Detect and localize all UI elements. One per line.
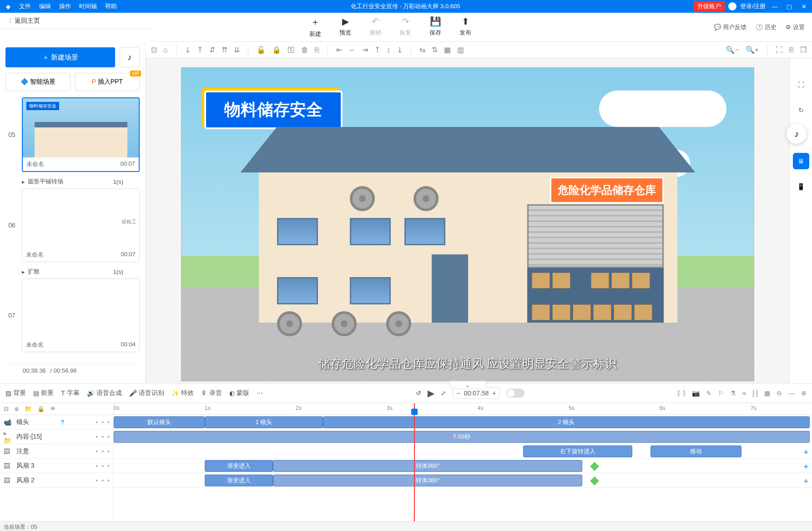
minimize-icon[interactable]: — (769, 3, 780, 10)
add-track-icon[interactable]: ⊕ (14, 405, 19, 412)
collapse-tab[interactable]: ⌄ (449, 381, 486, 389)
zoom-out2-icon[interactable]: ⊖ (777, 389, 782, 397)
align-top-icon[interactable]: ⤒ (197, 46, 203, 54)
add-keyframe-icon[interactable]: + (803, 448, 808, 457)
preview-button[interactable]: ▶预览 (339, 16, 351, 38)
more-icon[interactable]: ⋯ (257, 389, 263, 397)
menu-action[interactable]: 操作 (59, 2, 71, 10)
eye-icon[interactable]: 👁 (50, 405, 56, 412)
keyframe-in-icon[interactable]: ⟦·⟧ (677, 389, 686, 397)
zoom-out-icon[interactable]: 🔍− (726, 46, 739, 54)
timeline-tracks[interactable]: 0s 1s 2s 3s 4s 5s 6s 7s 默认镜头 1 镜头 2 镜头 7… (114, 403, 812, 521)
copy-icon[interactable]: ⎘ (315, 46, 319, 54)
lock-icon[interactable]: 🔓 (257, 46, 266, 54)
close-icon[interactable]: ✕ (798, 3, 809, 10)
insert-ppt-button[interactable]: P 插入PPT VIP (75, 73, 140, 91)
fg-button[interactable]: ▤前景 (33, 389, 54, 397)
home-icon[interactable]: ⌂ (163, 46, 168, 54)
anim-clip[interactable]: 渐变进入 (205, 475, 273, 486)
folder-icon[interactable]: 📁 (25, 405, 32, 412)
subtitle-button[interactable]: T字幕 (61, 389, 80, 397)
login-button[interactable]: 登录/注册 (740, 2, 766, 10)
transition-row[interactable]: ▸圆形平铺转场1(s) (5, 175, 140, 188)
keyframe-dot[interactable] (590, 476, 599, 485)
anim-clip[interactable]: 右下旋转进入 (523, 445, 632, 457)
play-timeline-icon[interactable]: ▶ (428, 388, 434, 399)
valign-bot-icon[interactable]: ⤓ (397, 46, 403, 54)
track-label-content[interactable]: ▸ 📁内容-[15]••• (0, 430, 113, 444)
add-keyframe-icon[interactable]: + (803, 462, 808, 472)
track-content[interactable]: 7.55秒 (114, 430, 812, 444)
filter-icon[interactable]: ⚗ (730, 389, 736, 397)
collapse-icon[interactable]: ⊟ (4, 405, 9, 412)
record-button[interactable]: 🎙录音 (201, 389, 222, 397)
track-fan3[interactable]: 渐变进入 转体360° + (114, 459, 812, 473)
align-hcenter-icon[interactable]: ↔ (348, 46, 356, 54)
title-banner[interactable]: 物料储存安全 (204, 91, 343, 129)
minus-icon[interactable]: − (457, 389, 460, 397)
history-button[interactable]: 🕐历史 (756, 23, 777, 31)
scene-item[interactable]: 06 巡检工 未命名00:07 (5, 188, 140, 262)
track-label-fan3[interactable]: 🖼风扇 3••• (0, 459, 113, 473)
delete-icon[interactable]: 🗑 (301, 46, 308, 54)
align-bottom2-icon[interactable]: ⇊ (234, 46, 240, 54)
menu-timeline[interactable]: 时间轴 (79, 2, 97, 10)
align-vcenter-icon[interactable]: ⇵ (209, 46, 215, 54)
unlock-icon[interactable]: ⚿ (287, 46, 295, 54)
zoom-in2-icon[interactable]: ⊕ (801, 389, 807, 397)
help-icon[interactable]: ? (61, 419, 64, 426)
playhead[interactable] (414, 403, 415, 521)
zoom-in-icon[interactable]: 🔍+ (746, 46, 759, 54)
ai-scene-button[interactable]: 🔷 智能场景 (5, 73, 71, 91)
scene-item[interactable]: 05 物料储存安全 未命名00:07 (5, 97, 140, 172)
menu-file[interactable]: 文件 (19, 2, 31, 10)
new-button[interactable]: ＋新建 (309, 16, 321, 38)
ungroup-icon[interactable]: ▥ (457, 46, 464, 54)
track-label-fan2[interactable]: 🖼风扇 2••• (0, 473, 113, 488)
transition-row[interactable]: ▸扩散1(s) (5, 265, 140, 278)
feedback-button[interactable]: 💬用户反馈 (714, 23, 746, 31)
marker-icon[interactable]: ⚐ (718, 389, 724, 397)
desktop-view-icon[interactable]: 🖥 (793, 153, 809, 169)
anim-clip[interactable]: 移动 (651, 445, 741, 457)
undo-button[interactable]: ↶撤销 (369, 16, 381, 38)
align-bottom-icon[interactable]: ⤓ (185, 46, 191, 54)
lock-track-icon[interactable]: 🔒 (37, 405, 45, 412)
track-label-camera[interactable]: 📹镜头?••• (0, 415, 113, 430)
track-fan2[interactable]: 渐变进入 转体360° + (114, 473, 812, 488)
publish-button[interactable]: ⬆发布 (459, 16, 471, 38)
track-notice[interactable]: 右下旋转进入 移动 + (114, 444, 812, 459)
camera-clip[interactable]: 2 镜头 (323, 416, 810, 428)
save-button[interactable]: 💾保存 (429, 16, 441, 38)
fullscreen-icon[interactable]: ⛶ (793, 76, 809, 93)
anim-clip[interactable]: 转体360° (273, 460, 582, 472)
subtitle-text[interactable]: 储存危险化学品仓库应保持通风 应设置明显安全警示标识 (318, 356, 617, 372)
float-music-button[interactable]: ♪ (787, 124, 807, 144)
bg-button[interactable]: ▨背景 (5, 389, 26, 397)
layers-icon[interactable]: ❐ (800, 46, 807, 54)
plus-icon[interactable]: + (492, 389, 496, 397)
mobile-view-icon[interactable]: 📱 (793, 178, 809, 195)
dist-v-icon[interactable]: ⇅ (432, 46, 438, 54)
edit-icon[interactable]: ✎ (706, 389, 711, 397)
dist-h-icon[interactable]: ⇆ (419, 46, 425, 54)
maximize-icon[interactable]: ▢ (784, 3, 795, 10)
toggle-switch[interactable] (506, 389, 525, 398)
grid-icon[interactable]: ▦ (764, 389, 770, 397)
content-clip[interactable]: 7.55秒 (114, 431, 810, 443)
bracket-icon[interactable]: [·] (752, 389, 758, 397)
lock2-icon[interactable]: 🔒 (272, 46, 281, 54)
back-button[interactable]: 〈 返回主页 (0, 13, 150, 29)
track-camera[interactable]: 默认镜头 1 镜头 2 镜头 (114, 415, 812, 430)
track-label-notice[interactable]: 🖼注意••• (0, 444, 113, 459)
valign-top-icon[interactable]: ⤒ (374, 46, 380, 54)
fit-icon[interactable]: ⛶ (776, 46, 783, 54)
music-button[interactable]: ♪ (120, 47, 140, 67)
tts-button[interactable]: 🔊语音合成 (87, 389, 122, 397)
camera-clip[interactable]: 1 镜头 (205, 416, 323, 428)
link-icon[interactable]: ⎆ (742, 389, 746, 397)
align-right-icon[interactable]: ⇥ (362, 46, 368, 54)
valign-mid-icon[interactable]: ↕ (387, 46, 390, 54)
timeline-ruler[interactable]: 0s 1s 2s 3s 4s 5s 6s 7s (114, 403, 812, 415)
group-icon[interactable]: ▦ (444, 46, 451, 54)
